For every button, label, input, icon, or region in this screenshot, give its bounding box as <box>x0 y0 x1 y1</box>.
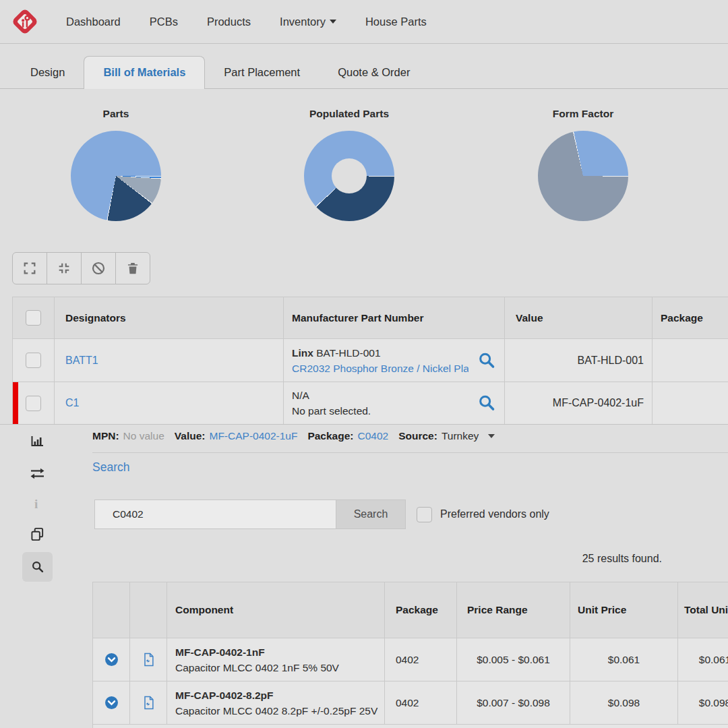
pdf-datasheet-icon[interactable] <box>143 653 154 667</box>
package-cell: 0402 <box>396 697 419 709</box>
search-button[interactable]: Search <box>336 499 406 529</box>
component-description: Capacitor MLCC 0402 8.2pF +/-0.25pF 25V <box>175 703 384 719</box>
error-flag <box>13 382 18 424</box>
results-count: 25 results found. <box>582 553 662 565</box>
mpn-value: No value <box>123 430 164 442</box>
chart-parts: Parts <box>3 94 229 221</box>
trash-icon <box>126 261 140 276</box>
select-all-checkbox[interactable] <box>26 310 41 326</box>
component-cell: MF-CAP-0402-1nF Capacitor MLCC 0402 1nF … <box>175 644 384 675</box>
column-header-package: Package <box>661 312 703 324</box>
bom-toolbar <box>12 252 150 284</box>
nav-items: Dashboard PCBs Products Inventory House … <box>66 16 427 28</box>
tab-bill-of-materials[interactable]: Bill of Materials <box>84 56 205 89</box>
result-row: MF-CAP-0402-1nF Capacitor MLCC 0402 1nF … <box>93 638 728 681</box>
tab-part-placement[interactable]: Part Placement <box>205 57 319 88</box>
delete-button[interactable] <box>115 252 150 284</box>
exclude-button[interactable] <box>81 252 116 284</box>
part-link[interactable]: CR2032 Phosphor Bronze / Nickel Plat <box>292 361 468 376</box>
package-cell <box>653 382 728 424</box>
search-results-table: Component Package Price Range Unit Price… <box>92 582 728 728</box>
price-range-cell: $0.007 - $0.098 <box>477 697 550 709</box>
page: Dashboard PCBs Products Inventory House … <box>0 0 728 728</box>
expand-all-button[interactable] <box>12 252 47 284</box>
bom-row-c1: C1 N/A No part selected. MF-CAP-0402-1uF <box>13 382 728 424</box>
package-link[interactable]: C0402 <box>357 430 388 442</box>
nav-item-house-parts[interactable]: House Parts <box>365 16 427 28</box>
macrofab-logo-icon[interactable] <box>9 6 40 37</box>
designator-link[interactable]: C1 <box>65 397 79 409</box>
value-link[interactable]: MF-CAP-0402-1uF <box>209 430 297 442</box>
search-part-icon[interactable] <box>478 394 496 413</box>
part-detail-panel: i MPN:No value Value:MF-CAP-0402-1uF Pac… <box>0 424 728 728</box>
chart-title: Form Factor <box>471 108 696 120</box>
component-description: Capacitor MLCC 0402 1nF 5% 50V <box>175 660 384 675</box>
row-checkbox[interactable] <box>26 396 41 411</box>
unit-price-cell: $0.061 <box>608 654 640 666</box>
tab-design[interactable]: Design <box>11 57 84 88</box>
component-name[interactable]: MF-CAP-0402-1nF <box>175 644 384 660</box>
chart-title: Parts <box>3 108 229 120</box>
tab-bar: Design Bill of Materials Part Placement … <box>0 44 728 89</box>
total-unit-price-cell: $0.098 <box>699 697 728 709</box>
preferred-vendors-label: Preferred vendors only <box>440 508 549 520</box>
nav-item-pcbs[interactable]: PCBs <box>150 16 178 28</box>
top-nav: Dashboard PCBs Products Inventory House … <box>0 0 728 44</box>
collapse-icon <box>57 261 71 276</box>
expand-row-icon[interactable] <box>104 696 119 710</box>
search-section-title[interactable]: Search <box>92 460 129 475</box>
part-summary-bar: MPN:No value Value:MF-CAP-0402-1uF Packa… <box>92 430 495 442</box>
results-header: Component Package Price Range Unit Price… <box>93 582 728 638</box>
component-cell: MF-CAP-0402-8.2pF Capacitor MLCC 0402 8.… <box>175 688 384 719</box>
bom-table: Designators Manufacturer Part Number Val… <box>12 297 728 424</box>
chart-populated-parts: Populated Parts <box>237 94 462 221</box>
swap-icon[interactable] <box>30 468 45 479</box>
mpn-cell: N/A No part selected. <box>292 388 468 419</box>
search-rail-button[interactable] <box>22 552 53 582</box>
pdf-datasheet-icon[interactable] <box>143 696 154 710</box>
designator-link[interactable]: BATT1 <box>65 355 98 367</box>
row-checkbox[interactable] <box>26 353 41 368</box>
bar-chart-icon[interactable] <box>31 435 44 447</box>
column-header-designators: Designators <box>65 312 126 324</box>
form-factor-pie-chart <box>538 131 628 221</box>
bom-table-header: Designators Manufacturer Part Number Val… <box>13 297 728 339</box>
column-header-mpn: Manufacturer Part Number <box>292 312 424 324</box>
column-header-price-range: Price Range <box>467 604 528 616</box>
chart-form-factor: Form Factor <box>471 94 696 221</box>
search-part-icon[interactable] <box>478 351 496 369</box>
preferred-vendors-checkbox[interactable] <box>417 507 432 522</box>
expand-icon <box>22 261 37 276</box>
divider <box>92 452 728 453</box>
nav-item-products[interactable]: Products <box>207 16 251 28</box>
column-header-total-unit-price: Total Unit Price <box>684 604 728 616</box>
value-cell: BAT-HLD-001 <box>578 355 644 367</box>
chart-title: Populated Parts <box>237 108 462 120</box>
price-range-cell: $0.005 - $0.061 <box>477 654 550 666</box>
donut-hole <box>332 158 367 193</box>
expand-row-icon[interactable] <box>104 653 119 667</box>
copy-icon[interactable] <box>30 527 44 541</box>
ban-icon <box>91 261 106 276</box>
info-icon[interactable]: i <box>34 497 38 512</box>
nav-item-inventory[interactable]: Inventory <box>280 16 336 28</box>
unit-price-cell: $0.098 <box>608 697 640 709</box>
source-dropdown[interactable]: Source:Turnkey <box>398 430 495 442</box>
mpn-cell: Linx BAT-HLD-001 CR2032 Phosphor Bronze … <box>292 345 468 376</box>
total-unit-price-cell: $0.061 <box>699 654 728 666</box>
column-header-unit-price: Unit Price <box>578 604 626 616</box>
package-cell <box>653 339 728 382</box>
bom-row-batt1: BATT1 Linx BAT-HLD-001 CR2032 Phosphor B… <box>13 339 728 382</box>
nav-item-dashboard[interactable]: Dashboard <box>66 16 121 28</box>
component-name[interactable]: MF-CAP-0402-8.2pF <box>175 688 384 703</box>
tab-quote-order[interactable]: Quote & Order <box>319 57 429 88</box>
chevron-down-icon <box>488 434 495 438</box>
search-input[interactable] <box>94 499 336 529</box>
collapse-all-button[interactable] <box>47 252 82 284</box>
search-controls: Search Preferred vendors only <box>94 499 549 529</box>
column-header-component: Component <box>175 604 233 616</box>
column-header-package: Package <box>396 604 438 616</box>
result-row: MF-CAP-0402-8.2pF Capacitor MLCC 0402 8.… <box>93 681 728 725</box>
value-cell: MF-CAP-0402-1uF <box>553 397 644 409</box>
column-header-value: Value <box>516 312 543 324</box>
